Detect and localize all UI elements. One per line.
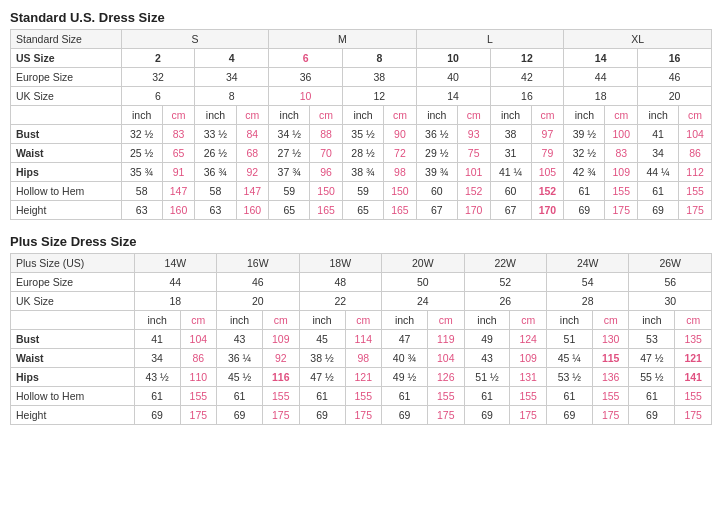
pw-v11: 115: [592, 349, 629, 368]
bust-label: Bust: [11, 125, 122, 144]
pw-v9: 109: [510, 349, 547, 368]
pht-v10: 69: [546, 406, 592, 425]
puk-28: 28: [546, 292, 628, 311]
plus-hips-row: Hips 43 ½ 110 45 ½ 116 47 ½ 121 49 ½ 126…: [11, 368, 712, 387]
size-group-row: Standard Size S M L XL: [11, 30, 712, 49]
phh-v1: 155: [180, 387, 217, 406]
us-size-8: 8: [342, 49, 416, 68]
pb-v13: 135: [675, 330, 712, 349]
inch-3: inch: [269, 106, 310, 125]
puk-20: 20: [217, 292, 299, 311]
uk-size-row: UK Size 6 8 10 12 14 16 18 20: [11, 87, 712, 106]
pht-v12: 69: [629, 406, 675, 425]
bust-v6: 35 ½: [342, 125, 383, 144]
bust-v2: 33 ½: [195, 125, 236, 144]
europe-size-label: Europe Size: [11, 68, 122, 87]
s-group: S: [121, 30, 269, 49]
standard-title: Standard U.S. Dress Size: [10, 10, 712, 25]
plus-inch-cm-row: inch cm inch cm inch cm inch cm inch cm …: [11, 311, 712, 330]
phh-v12: 61: [629, 387, 675, 406]
pb-v3: 109: [263, 330, 300, 349]
us-size-10: 10: [416, 49, 490, 68]
pht-v3: 175: [263, 406, 300, 425]
phh-v8: 61: [464, 387, 510, 406]
pb-v6: 47: [382, 330, 428, 349]
uk-size-label: UK Size: [11, 87, 122, 106]
ht-v11: 170: [531, 201, 564, 220]
plus-waist-label: Waist: [11, 349, 135, 368]
pht-v1: 175: [180, 406, 217, 425]
pb-v10: 51: [546, 330, 592, 349]
pw-v7: 104: [427, 349, 464, 368]
pht-v8: 69: [464, 406, 510, 425]
phh-v13: 155: [675, 387, 712, 406]
pb-v7: 119: [427, 330, 464, 349]
pw-v8: 43: [464, 349, 510, 368]
hips-v15: 112: [679, 163, 712, 182]
bust-v5: 88: [310, 125, 343, 144]
uk-16: 16: [490, 87, 564, 106]
puk-30: 30: [629, 292, 712, 311]
ht-v12: 69: [564, 201, 605, 220]
bust-v15: 104: [679, 125, 712, 144]
pb-v12: 53: [629, 330, 675, 349]
pcm-1: cm: [180, 311, 217, 330]
plus-uk-label: UK Size: [11, 292, 135, 311]
pb-v8: 49: [464, 330, 510, 349]
hips-v6: 38 ¾: [342, 163, 383, 182]
p-24w: 24W: [546, 254, 628, 273]
hips-v0: 35 ¾: [121, 163, 162, 182]
waist-v4: 27 ½: [269, 144, 310, 163]
hips-v7: 98: [384, 163, 417, 182]
pht-v0: 69: [134, 406, 180, 425]
eu-36: 36: [269, 68, 343, 87]
eu-44: 44: [564, 68, 638, 87]
l-group: L: [416, 30, 564, 49]
cm-3: cm: [310, 106, 343, 125]
hh-v13: 155: [605, 182, 638, 201]
pb-v9: 124: [510, 330, 547, 349]
inch-cm-spacer: [11, 106, 122, 125]
inch-4: inch: [342, 106, 383, 125]
pcm-4: cm: [427, 311, 464, 330]
uk-12: 12: [342, 87, 416, 106]
peu-52: 52: [464, 273, 546, 292]
inch-5: inch: [416, 106, 457, 125]
pw-v1: 86: [180, 349, 217, 368]
peu-44: 44: [134, 273, 216, 292]
ht-v1: 160: [162, 201, 195, 220]
eu-32: 32: [121, 68, 195, 87]
phh-v10: 61: [546, 387, 592, 406]
pinch-6: inch: [546, 311, 592, 330]
cm-7: cm: [605, 106, 638, 125]
ph-v9: 131: [510, 368, 547, 387]
cm-4: cm: [384, 106, 417, 125]
plus-header-row: Plus Size (US) 14W 16W 18W 20W 22W 24W 2…: [11, 254, 712, 273]
pcm-7: cm: [675, 311, 712, 330]
eu-46: 46: [638, 68, 712, 87]
ph-v3: 116: [263, 368, 300, 387]
uk-6: 6: [121, 87, 195, 106]
hh-v11: 152: [531, 182, 564, 201]
bust-v14: 41: [638, 125, 679, 144]
pb-v4: 45: [299, 330, 345, 349]
hh-v0: 58: [121, 182, 162, 201]
plus-hips-label: Hips: [11, 368, 135, 387]
hollow-hem-label: Hollow to Hem: [11, 182, 122, 201]
plus-inch-cm-spacer: [11, 311, 135, 330]
pw-v6: 40 ¾: [382, 349, 428, 368]
ht-v0: 63: [121, 201, 162, 220]
puk-22: 22: [299, 292, 381, 311]
hh-v6: 59: [342, 182, 383, 201]
hh-v10: 60: [490, 182, 531, 201]
waist-v0: 25 ½: [121, 144, 162, 163]
bust-v12: 39 ½: [564, 125, 605, 144]
peu-56: 56: [629, 273, 712, 292]
us-size-6: 6: [269, 49, 343, 68]
pinch-7: inch: [629, 311, 675, 330]
eu-34: 34: [195, 68, 269, 87]
us-size-16: 16: [638, 49, 712, 68]
bust-v13: 100: [605, 125, 638, 144]
peu-48: 48: [299, 273, 381, 292]
pht-v11: 175: [592, 406, 629, 425]
